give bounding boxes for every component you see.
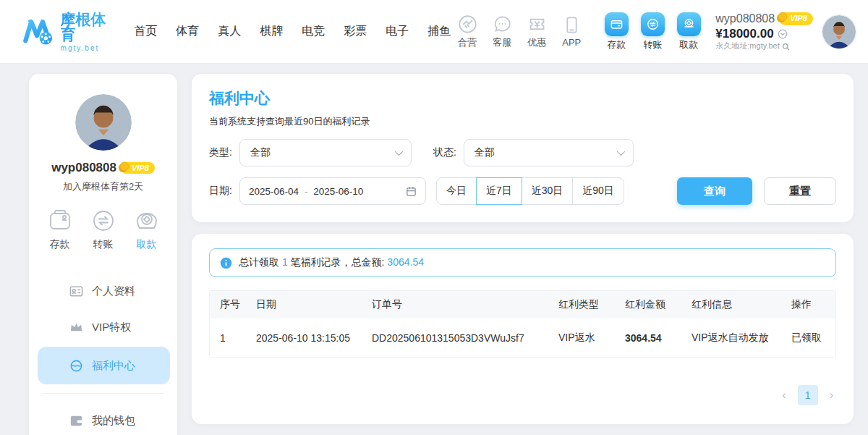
info-icon — [220, 257, 232, 269]
support-button[interactable]: 客服 — [485, 14, 519, 49]
date-from-value: 2025-06-04 — [249, 186, 299, 197]
summary-count: 1 — [282, 256, 288, 268]
withdraw-label: 取款 — [679, 38, 698, 51]
app-download-button[interactable]: APP — [555, 15, 588, 48]
pagination: ‹ 1 › — [209, 385, 836, 405]
calendar-icon — [406, 186, 417, 197]
nav-item-home[interactable]: 首页 — [134, 24, 157, 39]
partner-label: 合营 — [458, 36, 477, 49]
deposit-button[interactable]: 存款 — [598, 12, 634, 51]
nav-item-lottery[interactable]: 彩票 — [344, 24, 367, 39]
permanent-address: 永久地址:mgty.bet — [715, 41, 779, 51]
coin-icon — [118, 161, 129, 173]
type-filter-label: 类型: — [209, 146, 232, 159]
welfare-center-main: 福利中心 当前系统支持查询最近90日的福利记录 类型: 全部 状态: 全部 日期… — [192, 74, 854, 424]
type-select-value: 全部 — [250, 146, 395, 159]
date-filter-label: 日期: — [209, 185, 232, 198]
chevron-down-icon — [395, 148, 403, 156]
balance-expand-icon[interactable] — [778, 29, 788, 39]
page-title: 福利中心 — [209, 88, 836, 109]
sidebar-vip-level-text: VIP8 — [132, 164, 149, 172]
transfer-label: 转账 — [643, 38, 662, 51]
brand-name: 摩根体育 — [61, 12, 114, 42]
transfer-arrows-icon — [641, 12, 665, 36]
user-avatar[interactable] — [822, 14, 856, 49]
next-page-button[interactable]: › — [827, 389, 836, 401]
welfare-coin-icon — [69, 359, 83, 373]
sidebar-item-profile[interactable]: 个人资料 — [29, 273, 177, 309]
summary-bar: 总计领取 1 笔福利记录，总金额: 3064.54 — [209, 248, 836, 277]
sidebar-transfer-button[interactable]: 转账 — [90, 208, 116, 251]
sidebar-quick-actions: 存款 转账 取款 — [29, 208, 177, 251]
sidebar-vip-badge: VIP8 — [121, 162, 155, 174]
cell-index: 1 — [210, 332, 252, 344]
wallet-icon — [69, 414, 83, 428]
deposit-label: 存款 — [607, 38, 626, 51]
col-bonus-type: 红利类型 — [554, 298, 621, 311]
crown-icon — [69, 321, 83, 334]
cell-bonus-amount: 3064.54 — [621, 332, 687, 344]
withdraw-button[interactable]: 取款 — [671, 12, 707, 51]
quick-range-group: 今日 近7日 近30日 近90日 — [436, 177, 624, 205]
date-range-input[interactable]: 2025-06-04 - 2025-06-10 — [239, 177, 426, 205]
chat-bubble-icon — [493, 14, 512, 34]
brand-domain: mgty.bet — [61, 45, 114, 52]
cell-date: 2025-06-10 13:15:05 — [252, 332, 367, 344]
range-30days-button[interactable]: 近30日 — [522, 177, 574, 205]
transfer-button[interactable]: 转账 — [634, 12, 671, 51]
cell-bonus-type: VIP返水 — [554, 331, 621, 345]
sidebar-avatar[interactable] — [75, 94, 132, 151]
partner-button[interactable]: 合营 — [451, 14, 484, 49]
joined-days-text: 加入摩根体育第2天 — [29, 180, 177, 193]
withdraw-coin-icon — [677, 12, 701, 36]
col-date: 日期 — [252, 298, 367, 311]
transfer-outline-icon — [90, 208, 116, 234]
app-label: APP — [562, 37, 581, 48]
range-7days-button[interactable]: 近7日 — [476, 177, 522, 205]
handshake-icon — [458, 14, 477, 34]
top-navigation-bar: 摩根体育 mgty.bet 首页 体育 真人 棋牌 电竞 彩票 电子 捕鱼 合营… — [0, 0, 868, 64]
cell-order-no: DD202506101315053D3VWuJsf7 — [367, 332, 554, 344]
sidebar-withdraw-label: 取款 — [137, 238, 157, 251]
type-select[interactable]: 全部 — [239, 139, 412, 166]
vip-level-text: VIP8 — [790, 14, 807, 24]
prev-page-button[interactable]: ‹ — [779, 389, 788, 401]
promo-label: 优惠 — [527, 36, 546, 49]
coin-icon — [776, 12, 788, 23]
user-summary[interactable]: wyp080808 VIP8 ¥18000.00 永久地址:mgty.bet — [715, 12, 813, 51]
sidebar-deposit-button[interactable]: 存款 — [47, 208, 73, 251]
summary-middle: 笔福利记录，总金额: — [291, 256, 385, 268]
brand-logo-icon — [22, 13, 55, 51]
range-90days-button[interactable]: 近90日 — [572, 177, 624, 205]
date-to-value: 2025-06-10 — [313, 186, 363, 197]
brand-logo[interactable]: 摩根体育 mgty.bet — [22, 12, 114, 52]
welfare-filter-panel: 福利中心 当前系统支持查询最近90日的福利记录 类型: 全部 状态: 全部 日期… — [192, 74, 854, 222]
welfare-table: 序号 日期 订单号 红利类型 红利金额 红利信息 操作 1 2025-06-10… — [209, 290, 836, 358]
reset-button[interactable]: 重置 — [764, 177, 836, 205]
withdraw-outline-icon — [134, 208, 160, 234]
nav-item-fishing[interactable]: 捕鱼 — [427, 24, 451, 39]
status-select[interactable]: 全部 — [464, 139, 634, 166]
sidebar-item-wallet[interactable]: 我的钱包 — [29, 402, 177, 435]
sidebar-item-welfare-center[interactable]: 福利中心 — [38, 347, 170, 384]
yuan-ticket-icon — [527, 14, 547, 34]
range-today-button[interactable]: 今日 — [436, 177, 477, 205]
topbar-right: 合营 客服 优惠 APP — [451, 12, 856, 51]
sidebar-divider — [42, 393, 164, 394]
id-card-icon — [69, 284, 83, 298]
promo-button[interactable]: 优惠 — [520, 14, 553, 49]
main-nav: 首页 体育 真人 棋牌 电竞 彩票 电子 捕鱼 — [134, 24, 451, 39]
sidebar-item-vip[interactable]: VIP特权 — [29, 309, 177, 345]
nav-item-cards[interactable]: 棋牌 — [260, 24, 283, 39]
nav-item-esports[interactable]: 电竞 — [302, 24, 325, 39]
nav-item-slots[interactable]: 电子 — [386, 24, 409, 39]
search-button[interactable]: 查询 — [677, 177, 752, 205]
nav-item-live[interactable]: 真人 — [218, 24, 241, 39]
page-number-1[interactable]: 1 — [798, 385, 818, 405]
page-subtitle: 当前系统支持查询最近90日的福利记录 — [209, 115, 836, 128]
magnifier-icon[interactable] — [782, 43, 790, 51]
table-row: 1 2025-06-10 13:15:05 DD202506101315053D… — [210, 318, 835, 357]
nav-item-sports[interactable]: 体育 — [176, 24, 199, 39]
sidebar-withdraw-button[interactable]: 取款 — [134, 208, 160, 251]
summary-amount: 3064.54 — [387, 256, 424, 268]
